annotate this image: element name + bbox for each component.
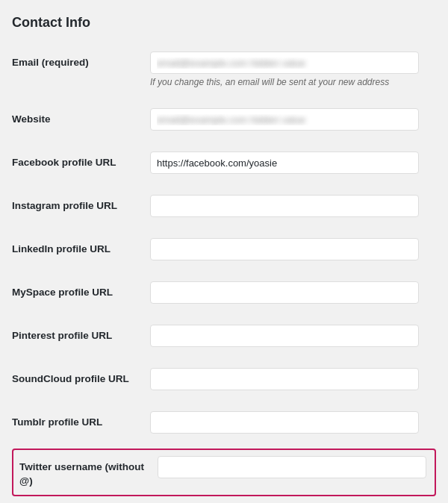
field-soundcloud [150, 368, 436, 390]
label-linkedin: LinkedIn profile URL [12, 238, 150, 257]
label-soundcloud: SoundCloud profile URL [12, 368, 150, 387]
label-twitter: Twitter username (without @) [19, 456, 158, 489]
form-row-email: Email (required)If you change this, an e… [12, 46, 436, 93]
label-email: Email (required) [12, 51, 150, 70]
description-email: If you change this, an email will be sen… [150, 77, 436, 87]
field-website [150, 108, 436, 131]
field-tumblr [150, 411, 436, 434]
contact-info-form: Email (required)If you change this, an e… [12, 46, 436, 496]
input-website[interactable] [150, 108, 419, 131]
label-pinterest: Pinterest profile URL [12, 325, 150, 343]
input-facebook[interactable] [150, 151, 419, 174]
form-row-linkedin: LinkedIn profile URL [12, 232, 436, 266]
form-row-website: Website [12, 102, 436, 137]
form-row-instagram: Instagram profile URL [12, 189, 436, 223]
input-email[interactable] [150, 51, 419, 74]
form-row-twitter: Twitter username (without @) [12, 449, 436, 496]
contact-info-section: Contact Info Email (required)If you chan… [0, 0, 448, 503]
input-tumblr[interactable] [150, 411, 419, 434]
form-row-soundcloud: SoundCloud profile URL [12, 362, 436, 396]
field-instagram [150, 195, 436, 217]
label-tumblr: Tumblr profile URL [12, 411, 150, 430]
input-instagram[interactable] [150, 195, 419, 217]
field-email: If you change this, an email will be sen… [150, 51, 436, 87]
input-myspace[interactable] [150, 281, 419, 304]
field-facebook [150, 151, 436, 174]
form-row-myspace: MySpace profile URL [12, 275, 436, 310]
field-twitter [158, 456, 429, 478]
input-soundcloud[interactable] [150, 368, 419, 390]
label-facebook: Facebook profile URL [12, 151, 150, 170]
field-linkedin [150, 238, 436, 260]
input-twitter[interactable] [158, 456, 426, 478]
form-row-tumblr: Tumblr profile URL [12, 405, 436, 440]
form-row-pinterest: Pinterest profile URL [12, 319, 436, 353]
label-instagram: Instagram profile URL [12, 195, 150, 213]
input-linkedin[interactable] [150, 238, 419, 260]
input-pinterest[interactable] [150, 325, 419, 347]
section-title: Contact Info [12, 15, 436, 31]
label-website: Website [12, 108, 150, 127]
field-myspace [150, 281, 436, 304]
label-myspace: MySpace profile URL [12, 281, 150, 300]
field-pinterest [150, 325, 436, 347]
form-row-facebook: Facebook profile URL [12, 146, 436, 180]
